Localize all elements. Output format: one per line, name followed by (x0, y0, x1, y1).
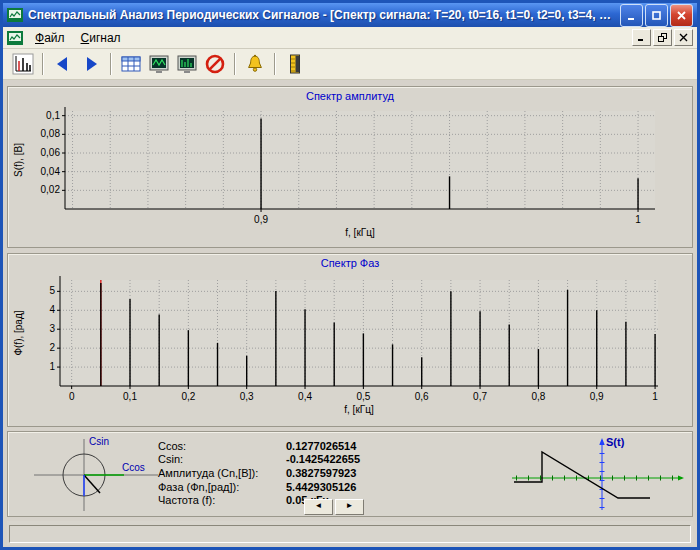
svg-text:f, [кГц]: f, [кГц] (344, 404, 374, 415)
svg-text:0,2: 0,2 (181, 391, 195, 402)
spectrum-screen-icon (176, 53, 198, 75)
mdi-minimize-button[interactable] (632, 29, 651, 46)
phase-chart-title: Спектр Фаз (8, 257, 692, 269)
svg-text:0,3: 0,3 (240, 391, 254, 402)
ccos-label: Ccos (122, 462, 145, 473)
close-button[interactable] (670, 4, 693, 27)
csin-label: Csin (89, 436, 109, 447)
svg-text:2: 2 (49, 342, 55, 353)
readout-row: Фаза (Фn,[рад]): 5.4429305126 (158, 480, 360, 494)
data-table-button[interactable] (117, 51, 145, 77)
window-title: Спектральный Анализ Периодических Сигнал… (28, 8, 615, 22)
mdi-minimize-icon (637, 33, 646, 42)
stop-button[interactable] (201, 51, 229, 77)
scale-icon (284, 53, 306, 75)
svg-text:0,02: 0,02 (41, 184, 61, 195)
minimize-button[interactable] (620, 4, 643, 27)
statusbar (7, 521, 693, 545)
arrow-right-icon (80, 53, 102, 75)
window-controls (620, 4, 693, 27)
table-icon (120, 53, 142, 75)
arrow-left-icon (52, 53, 74, 75)
svg-text:f, [кГц]: f, [кГц] (345, 227, 375, 238)
csin-readout-value: -0.1425422655 (286, 453, 360, 465)
amplitude-spectrum-plot[interactable]: 0,910,020,040,060,080,1f, [кГц]S(f), [В] (8, 87, 692, 247)
ccos-readout-value: 0.1277026514 (286, 440, 356, 452)
svg-text:0,8: 0,8 (531, 391, 545, 402)
menubar: Файл Сигнал (3, 27, 697, 49)
svg-text:Ф(f), [рад]: Ф(f), [рад] (13, 310, 24, 355)
minimize-icon (626, 10, 637, 21)
toolbar-separator (110, 53, 112, 75)
svg-text:0,1: 0,1 (123, 391, 137, 402)
stop-icon (204, 53, 226, 75)
readout-row: Амплитуда (Cn,[В]): 0.3827597923 (158, 466, 360, 480)
svg-text:0,9: 0,9 (254, 214, 268, 225)
toolbar-separator (274, 53, 276, 75)
status-field (9, 525, 691, 543)
amplitude-vector (84, 475, 100, 493)
menu-file[interactable]: Файл (27, 29, 73, 47)
frequency-next-button[interactable]: ► (335, 499, 364, 515)
svg-text:1: 1 (49, 361, 55, 372)
svg-text:0,4: 0,4 (298, 391, 312, 402)
app-icon (7, 7, 23, 23)
amplitude-readout-label: Амплитуда (Cn,[В]): (158, 467, 286, 479)
svg-text:1: 1 (652, 391, 658, 402)
prev-harmonic-button[interactable] (49, 51, 77, 77)
maximize-icon (651, 10, 662, 21)
harmonic-readouts: Ccos: 0.1277026514 Csin: -0.1425422655 А… (158, 439, 360, 507)
spectrum-window-button[interactable] (173, 51, 201, 77)
harmonic-info-panel: Csin Ccos Ccos: 0.1277026514 Csin: -0.14… (7, 431, 693, 517)
signal-waveform (514, 452, 650, 498)
svg-text:0,04: 0,04 (41, 166, 61, 177)
maximize-button[interactable] (645, 4, 668, 27)
app-window: Спектральный Анализ Периодических Сигнал… (0, 0, 700, 550)
mdi-close-button[interactable] (674, 29, 693, 46)
signal-preview-plot: S(t) (506, 432, 690, 516)
frequency-stepper: ◄ ► (304, 499, 364, 515)
svg-text:0,7: 0,7 (473, 391, 487, 402)
svg-text:0,1: 0,1 (46, 110, 60, 121)
toolbar (3, 49, 697, 80)
phase-spectrum-panel: 00,10,20,30,40,50,60,70,80,9112345f, [кГ… (7, 253, 693, 427)
svg-text:0,9: 0,9 (590, 391, 604, 402)
mdi-restore-icon (658, 33, 668, 43)
signal-window-button[interactable] (145, 51, 173, 77)
phase-readout-label: Фаза (Фn,[рад]): (158, 481, 286, 493)
svg-text:0,5: 0,5 (356, 391, 370, 402)
svg-text:0: 0 (69, 391, 75, 402)
bell-icon (244, 53, 266, 75)
titlebar[interactable]: Спектральный Анализ Периодических Сигнал… (3, 3, 697, 27)
spectrum-histogram-button[interactable] (9, 51, 37, 77)
next-harmonic-button[interactable] (77, 51, 105, 77)
readout-row: Csin: -0.1425422655 (158, 453, 360, 467)
svg-text:0,6: 0,6 (415, 391, 429, 402)
frequency-prev-button[interactable]: ◄ (304, 499, 333, 515)
phase-spectrum-plot[interactable]: 00,10,20,30,40,50,60,70,80,9112345f, [кГ… (8, 254, 692, 426)
svg-text:S(f), [В]: S(f), [В] (13, 143, 24, 177)
amplitude-chart-title: Спектр амплитуд (8, 90, 692, 102)
signal-label: S(t) (606, 436, 625, 448)
amplitude-spectrum-panel: 0,910,020,040,060,080,1f, [кГц]S(f), [В]… (7, 86, 693, 248)
mdi-window-controls (632, 29, 695, 46)
mdi-restore-button[interactable] (653, 29, 672, 46)
frequency-readout-label: Частота (f): (158, 494, 286, 506)
toolbar-separator (42, 53, 44, 75)
mdi-close-icon (679, 33, 688, 42)
phase-readout-value: 5.4429305126 (286, 481, 356, 493)
readout-row: Ccos: 0.1277026514 (158, 439, 360, 453)
svg-text:3: 3 (49, 323, 55, 334)
close-icon (676, 10, 687, 21)
scale-indicator-button[interactable] (281, 51, 309, 77)
svg-text:0,06: 0,06 (41, 147, 61, 158)
svg-text:4: 4 (49, 304, 55, 315)
svg-text:1: 1 (635, 214, 641, 225)
svg-text:5: 5 (49, 285, 55, 296)
alarm-button[interactable] (241, 51, 269, 77)
toolbar-separator (234, 53, 236, 75)
histogram-icon (12, 53, 34, 75)
menu-signal[interactable]: Сигнал (73, 29, 129, 47)
mdi-child-icon (7, 30, 23, 46)
harmonic-vector-diagram: Csin Ccos (26, 433, 166, 517)
